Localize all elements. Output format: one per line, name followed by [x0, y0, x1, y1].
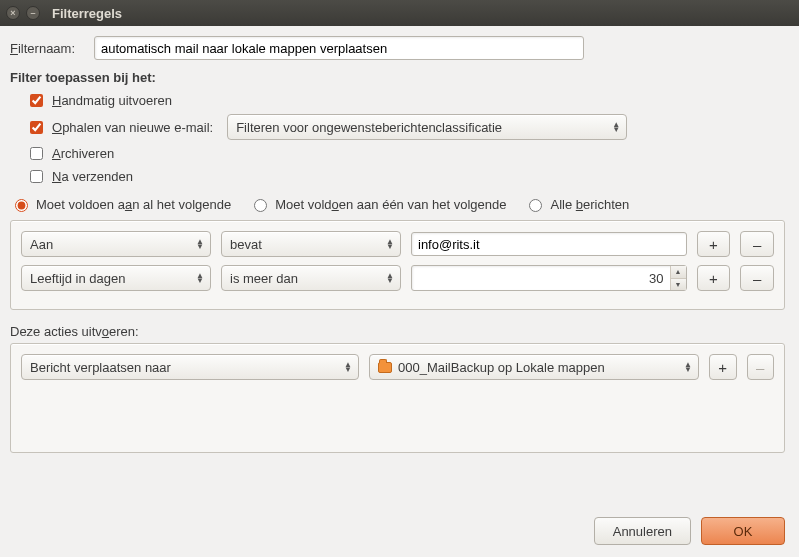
action-target-combo[interactable]: 000_MailBackup op Lokale mappen: [369, 354, 699, 380]
match-all-radio[interactable]: Moet voldoen aan al het volgende: [10, 196, 231, 212]
actions-panel: Bericht verplaatsen naar 000_MailBackup …: [10, 343, 785, 453]
chevron-updown-icon: [196, 273, 204, 283]
manual-run-label: Handmatig uitvoeren: [52, 93, 172, 108]
actions-section-label: Deze acties uitvoeren:: [10, 324, 785, 339]
title-bar: × – Filterregels: [0, 0, 799, 26]
remove-action-button: –: [747, 354, 775, 380]
aftersend-label: Na verzenden: [52, 169, 133, 184]
chevron-updown-icon: [684, 362, 692, 372]
filtername-label: Filternaam:: [10, 41, 94, 56]
add-condition-button[interactable]: +: [697, 265, 731, 291]
cond-value-spinner[interactable]: 30 ▲ ▼: [411, 265, 687, 291]
spinner-up-button[interactable]: ▲: [671, 266, 686, 279]
condition-row: Aan bevat + –: [21, 231, 774, 257]
cond-op-combo[interactable]: bevat: [221, 231, 401, 257]
ok-button[interactable]: OK: [701, 517, 785, 545]
conditions-panel: Aan bevat + – Leeftijd in dagen is meer …: [10, 220, 785, 310]
fetch-mail-label: Ophalen van nieuwe e-mail:: [52, 120, 213, 135]
cond-value-input[interactable]: [411, 232, 687, 256]
add-action-button[interactable]: +: [709, 354, 737, 380]
cond-field-combo[interactable]: Aan: [21, 231, 211, 257]
archive-label: Archiveren: [52, 146, 114, 161]
remove-condition-button[interactable]: –: [740, 265, 774, 291]
aftersend-checkbox[interactable]: [30, 170, 43, 183]
cond-op-combo[interactable]: is meer dan: [221, 265, 401, 291]
remove-condition-button[interactable]: –: [740, 231, 774, 257]
chevron-updown-icon: [344, 362, 352, 372]
folder-icon: [378, 362, 392, 373]
chevron-updown-icon: [612, 122, 620, 132]
match-any-radio[interactable]: Moet voldoen aan één van het volgende: [249, 196, 506, 212]
close-icon[interactable]: ×: [6, 6, 20, 20]
action-row: Bericht verplaatsen naar 000_MailBackup …: [21, 354, 774, 380]
chevron-updown-icon: [386, 239, 394, 249]
chevron-updown-icon: [386, 273, 394, 283]
add-condition-button[interactable]: +: [697, 231, 731, 257]
minimize-icon[interactable]: –: [26, 6, 40, 20]
filtername-input[interactable]: [94, 36, 584, 60]
match-every-radio[interactable]: Alle berichten: [524, 196, 629, 212]
condition-row: Leeftijd in dagen is meer dan 30 ▲ ▼ + –: [21, 265, 774, 291]
window-title: Filterregels: [52, 6, 122, 21]
fetch-mail-combo[interactable]: Filteren voor ongewensteberichtenclassif…: [227, 114, 627, 140]
archive-checkbox[interactable]: [30, 147, 43, 160]
apply-section-title: Filter toepassen bij het:: [10, 70, 785, 85]
cond-field-combo[interactable]: Leeftijd in dagen: [21, 265, 211, 291]
fetch-mail-combo-value: Filteren voor ongewensteberichtenclassif…: [236, 120, 502, 135]
manual-run-checkbox[interactable]: [30, 94, 43, 107]
action-combo[interactable]: Bericht verplaatsen naar: [21, 354, 359, 380]
spinner-down-button[interactable]: ▼: [671, 279, 686, 291]
chevron-updown-icon: [196, 239, 204, 249]
cancel-button[interactable]: Annuleren: [594, 517, 691, 545]
fetch-mail-checkbox[interactable]: [30, 121, 43, 134]
